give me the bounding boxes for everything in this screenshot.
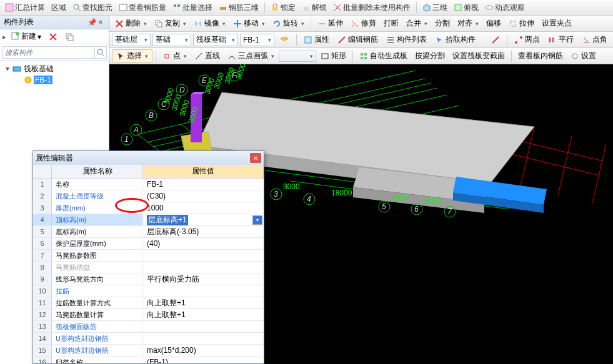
pin-icon[interactable]: 📌: [87, 18, 96, 27]
property-value[interactable]: 层底标高+1▾: [143, 214, 264, 225]
align-button[interactable]: 对齐: [454, 18, 482, 29]
settings-button[interactable]: 设置: [567, 51, 599, 61]
property-row[interactable]: 3厚度(mm)1000: [33, 202, 264, 214]
stretch-button[interactable]: 拉伸: [506, 18, 537, 29]
property-row[interactable]: 12马凳筋数量计算向上取整+1: [33, 309, 264, 321]
select-button[interactable]: 选择: [112, 49, 152, 62]
svg-rect-44: [361, 53, 363, 56]
row-index: 4: [33, 214, 52, 225]
menu-item[interactable]: 批量选择: [170, 2, 215, 13]
property-value[interactable]: (FB-1): [143, 357, 264, 363]
search-button[interactable]: [95, 46, 107, 59]
svg-text:18000: 18000: [331, 189, 352, 197]
rect-button[interactable]: 矩形: [317, 51, 349, 61]
menu-lock[interactable]: 锁定: [268, 2, 298, 13]
property-value[interactable]: (C30): [143, 190, 264, 202]
tree-node-root[interactable]: ▾ 筏板基础: [1, 63, 107, 74]
tree-node-child[interactable]: FB-1: [1, 74, 107, 86]
member-select[interactable]: FB-1: [240, 34, 274, 46]
arc-button[interactable]: 三点画弧: [224, 51, 277, 61]
menu-item[interactable]: 查看钢筋量: [116, 2, 169, 13]
collapse-icon[interactable]: ▾: [4, 64, 11, 73]
property-row[interactable]: 8马凳筋信息: [33, 262, 264, 273]
svg-marker-11: [424, 4, 430, 11]
expand-icon[interactable]: ▸: [2, 32, 6, 41]
new-button[interactable]: 新建 ▾: [9, 31, 44, 42]
properties-button[interactable]: 属性: [301, 34, 332, 45]
draw-mode-select[interactable]: [279, 51, 316, 62]
parallel-button[interactable]: 平行: [545, 34, 577, 45]
property-row[interactable]: 11拉筋数量计算方式向上取整+1: [33, 297, 264, 309]
property-value[interactable]: 1000: [143, 202, 264, 214]
close-icon[interactable]: ✕: [250, 153, 261, 163]
property-row[interactable]: 6保护层厚度(mm)(40): [33, 238, 264, 250]
merge-button[interactable]: 合并: [403, 18, 431, 29]
property-row[interactable]: 15U形构造封边钢筋max(15*d,200): [33, 345, 264, 357]
search-input[interactable]: [2, 46, 95, 59]
menu-item[interactable]: 钢筋三维: [216, 2, 261, 13]
category-select[interactable]: 基础: [152, 34, 191, 46]
property-value[interactable]: (40): [143, 238, 264, 249]
split-button[interactable]: 分割: [432, 18, 453, 29]
offset-button[interactable]: 偏移: [483, 18, 504, 29]
delete-button[interactable]: 删除: [112, 18, 150, 29]
dropdown-icon[interactable]: ▾: [252, 215, 262, 225]
property-value[interactable]: [143, 321, 264, 332]
point-angle-button[interactable]: 点角: [579, 34, 611, 45]
property-row[interactable]: 5底标高(m)层底标高(-3.05): [33, 226, 264, 238]
line-button[interactable]: 直线: [191, 51, 223, 61]
property-value[interactable]: [143, 285, 264, 297]
property-row[interactable]: 14U形构造封边钢筋: [33, 333, 264, 345]
aux-tool[interactable]: [488, 36, 503, 44]
property-value[interactable]: [143, 262, 264, 273]
break-button[interactable]: 打断: [381, 18, 402, 29]
property-value[interactable]: 层底标高(-3.05): [143, 226, 264, 237]
property-row[interactable]: 7马凳筋参数图: [33, 250, 264, 262]
subcategory-select[interactable]: 筏板基础: [193, 34, 238, 46]
menu-orbit[interactable]: 动态观察: [482, 2, 527, 13]
property-row[interactable]: 2混凝土强度等级(C30): [33, 190, 264, 202]
delete-button[interactable]: [46, 32, 60, 41]
menu-item[interactable]: 区域: [49, 2, 69, 13]
property-value[interactable]: [143, 250, 264, 261]
view-slab-rebar-button[interactable]: 查看板内钢筋: [515, 51, 566, 61]
raft-section-button[interactable]: 设置筏板变截面: [449, 51, 508, 61]
menu-unlock[interactable]: 解锁: [299, 2, 329, 13]
property-value[interactable]: 平行横向受力筋: [143, 273, 264, 285]
trim-button[interactable]: 修剪: [347, 18, 379, 29]
move-button[interactable]: 移动: [230, 18, 268, 29]
auto-slab-button[interactable]: 自动生成板: [356, 51, 411, 61]
property-row[interactable]: 1名称FB-1: [33, 179, 264, 190]
property-row[interactable]: 13筏板侧面纵筋: [33, 321, 264, 333]
pick-member-button[interactable]: 拾取构件: [432, 34, 479, 45]
copy-button[interactable]: [62, 32, 76, 41]
property-value[interactable]: max(15*d,200): [143, 345, 264, 356]
property-row[interactable]: 4顶标高(m)层底标高+1▾: [33, 214, 264, 226]
floor-select[interactable]: 基础层: [112, 34, 151, 46]
dialog-titlebar[interactable]: 属性编辑器 ✕: [33, 151, 264, 165]
property-row[interactable]: 10拉筋: [33, 285, 264, 297]
property-value[interactable]: [143, 333, 264, 344]
copy-button[interactable]: 复制: [151, 18, 189, 29]
property-row[interactable]: 16归类名称(FB-1): [33, 357, 264, 363]
point-button[interactable]: 点: [159, 51, 190, 61]
menu-item[interactable]: 汇总计算: [2, 2, 47, 13]
menu-item[interactable]: 批量删除未使用构件: [331, 2, 413, 13]
split-by-beam-button[interactable]: 按梁分割: [412, 51, 448, 61]
extend-button[interactable]: 延伸: [314, 18, 346, 29]
menu-topview[interactable]: 俯视: [451, 2, 481, 13]
property-row[interactable]: 9线形马凳筋方向平行横向受力筋: [33, 273, 264, 285]
menu-item[interactable]: 查找图元: [70, 2, 115, 13]
grip-button[interactable]: 设置夹点: [539, 18, 575, 29]
mirror-button[interactable]: 镜像: [191, 18, 229, 29]
member-list-button[interactable]: 构件列表: [383, 34, 430, 45]
rotate-button[interactable]: 旋转: [269, 18, 307, 29]
layer-icon-button[interactable]: [276, 35, 292, 45]
menu-3d[interactable]: 三维: [420, 2, 450, 13]
property-value[interactable]: FB-1: [143, 179, 264, 190]
close-icon[interactable]: ×: [96, 18, 105, 27]
property-value[interactable]: 向上取整+1: [143, 309, 264, 320]
edit-rebar-button[interactable]: 编辑钢筋: [334, 34, 381, 45]
property-value[interactable]: 向上取整+1: [143, 297, 264, 308]
two-point-button[interactable]: 两点: [511, 34, 543, 45]
